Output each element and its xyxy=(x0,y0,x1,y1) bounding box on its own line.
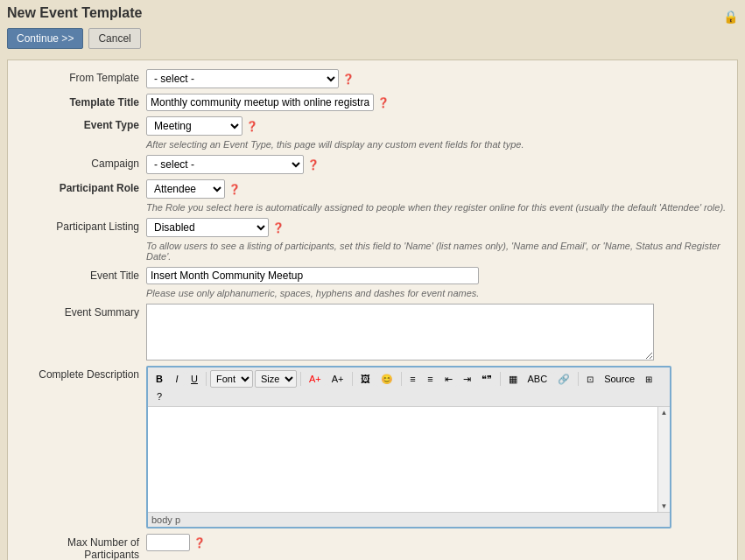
toolbar-sep-5 xyxy=(500,372,501,386)
scroll-down-arrow[interactable]: ▼ xyxy=(661,502,668,510)
participant-listing-label: Participant Listing xyxy=(15,218,146,233)
max-participants-content: ❓ xyxy=(146,534,730,551)
participant-listing-help-icon[interactable]: ❓ xyxy=(272,222,285,234)
event-title-row: Event Title Please use only alphanumeric… xyxy=(15,267,730,298)
toolbar-underline[interactable]: U xyxy=(186,372,202,386)
event-summary-content xyxy=(146,304,730,360)
event-summary-label: Event Summary xyxy=(15,304,146,318)
event-title-content: Please use only alphanumeric, spaces, hy… xyxy=(146,267,730,298)
toolbar-table[interactable]: ▦ xyxy=(504,372,522,387)
participant-role-help-icon[interactable]: ❓ xyxy=(228,184,241,195)
max-participants-label: Max Number of Participants xyxy=(15,534,146,560)
template-title-row: Template Title ❓ xyxy=(15,94,730,111)
event-summary-row: Event Summary xyxy=(15,304,730,360)
editor-scrollbar[interactable]: ▲ ▼ xyxy=(657,407,670,512)
toolbar-outdent[interactable]: ⇤ xyxy=(440,372,457,387)
complete-description-content: B I U Font Size A+ A+ xyxy=(146,366,730,528)
from-template-label: From Template xyxy=(15,69,146,84)
max-participants-row: Max Number of Participants ❓ xyxy=(15,534,730,560)
participant-role-help-text: The Role you select here is automaticall… xyxy=(146,202,730,213)
toolbar-help[interactable]: ? xyxy=(151,389,167,403)
event-type-row: Event Type Meeting ❓ After selecting an … xyxy=(15,116,730,150)
participant-role-row: Participant Role Attendee ❓ The Role you… xyxy=(15,179,730,213)
toolbar-sep-3 xyxy=(352,372,353,386)
toolbar-source[interactable]: Source xyxy=(600,372,639,386)
form-container: From Template - select - ❓ Template Titl… xyxy=(7,60,738,560)
toolbar-link[interactable]: 🔗 xyxy=(553,372,574,387)
toolbar-sep-6 xyxy=(578,372,579,386)
campaign-help-icon[interactable]: ❓ xyxy=(307,159,320,171)
complete-description-label: Complete Description xyxy=(15,366,146,381)
template-title-help-icon[interactable]: ❓ xyxy=(377,97,390,108)
continue-button-top[interactable]: Continue >> xyxy=(7,28,83,49)
from-template-row: From Template - select - ❓ xyxy=(15,69,730,88)
participant-listing-help-text: To allow users to see a listing of parti… xyxy=(146,241,730,262)
cancel-button-top[interactable]: Cancel xyxy=(88,28,140,49)
event-summary-textarea[interactable] xyxy=(146,304,654,360)
toolbar-sep-2 xyxy=(300,372,301,386)
rich-editor-footer: body p xyxy=(148,512,670,527)
campaign-label: Campaign xyxy=(15,155,146,170)
editor-footer-text: body p xyxy=(151,514,180,525)
toolbar-indent[interactable]: ⇥ xyxy=(459,372,475,387)
page-wrapper: New Event Template 🔒 Continue >> Cancel … xyxy=(0,0,745,560)
complete-description-row: Complete Description B I U Font Size xyxy=(15,366,730,528)
event-type-content: Meeting ❓ After selecting an Event Type,… xyxy=(146,116,730,150)
event-type-help-icon[interactable]: ❓ xyxy=(246,121,258,132)
event-type-label: Event Type xyxy=(15,116,146,131)
campaign-content: - select - ❓ xyxy=(146,155,730,174)
participant-listing-select[interactable]: Disabled xyxy=(146,218,269,237)
page-title: New Event Template xyxy=(7,5,142,21)
participant-role-label: Participant Role xyxy=(15,179,146,194)
event-title-help-text: Please use only alphanumeric, spaces, hy… xyxy=(146,288,730,298)
top-btn-bar: Continue >> Cancel xyxy=(7,28,738,49)
toolbar-list-ol[interactable]: ≡ xyxy=(405,372,421,386)
event-title-input[interactable] xyxy=(146,267,479,284)
toolbar-sep-1 xyxy=(206,372,207,386)
toolbar-bold[interactable]: B xyxy=(151,372,167,386)
toolbar-blockquote[interactable]: ❝❞ xyxy=(477,372,496,387)
template-title-content: ❓ xyxy=(146,94,730,111)
toolbar-font-select[interactable]: Font xyxy=(210,370,253,388)
toolbar-spellcheck[interactable]: ABC xyxy=(524,372,552,386)
toolbar-image[interactable]: 🖼 xyxy=(356,372,375,386)
toolbar-zoom[interactable]: ⊞ xyxy=(641,373,657,386)
rich-editor: B I U Font Size A+ A+ xyxy=(146,366,671,528)
max-participants-help-icon[interactable]: ❓ xyxy=(193,537,206,549)
template-title-label: Template Title xyxy=(15,94,146,108)
participant-listing-content: Disabled ❓ To allow users to see a listi… xyxy=(146,218,730,262)
participant-role-select[interactable]: Attendee xyxy=(146,179,225,199)
event-type-select[interactable]: Meeting xyxy=(146,116,242,136)
from-template-content: - select - ❓ xyxy=(146,69,730,88)
campaign-row: Campaign - select - ❓ xyxy=(15,155,730,174)
rich-editor-body[interactable] xyxy=(148,407,657,512)
toolbar-size-select[interactable]: Size xyxy=(255,370,297,388)
toolbar-sep-4 xyxy=(401,372,402,386)
toolbar-expand[interactable]: ⊡ xyxy=(582,373,598,386)
editor-scroll-area xyxy=(148,407,657,512)
from-template-select[interactable]: - select - xyxy=(146,69,339,88)
toolbar-font-color[interactable]: A+ xyxy=(305,372,326,386)
participant-listing-row: Participant Listing Disabled ❓ To allow … xyxy=(15,218,730,262)
editor-with-scroll: ▲ ▼ xyxy=(148,407,670,512)
max-participants-input[interactable] xyxy=(146,534,190,551)
toolbar-emoji[interactable]: 😊 xyxy=(376,372,397,387)
toolbar-list-ul[interactable]: ≡ xyxy=(423,372,439,386)
event-title-label: Event Title xyxy=(15,267,146,282)
event-type-help-text: After selecting an Event Type, this page… xyxy=(146,139,730,150)
scroll-up-arrow[interactable]: ▲ xyxy=(661,409,668,416)
toolbar-bg-color[interactable]: A+ xyxy=(327,372,348,386)
lock-icon: 🔒 xyxy=(723,10,738,24)
campaign-select[interactable]: - select - xyxy=(146,155,304,174)
rich-editor-toolbar: B I U Font Size A+ A+ xyxy=(148,368,670,407)
from-template-help-icon[interactable]: ❓ xyxy=(342,74,355,85)
toolbar-italic[interactable]: I xyxy=(169,372,185,386)
template-title-input[interactable] xyxy=(146,94,374,111)
participant-role-content: Attendee ❓ The Role you select here is a… xyxy=(146,179,730,213)
